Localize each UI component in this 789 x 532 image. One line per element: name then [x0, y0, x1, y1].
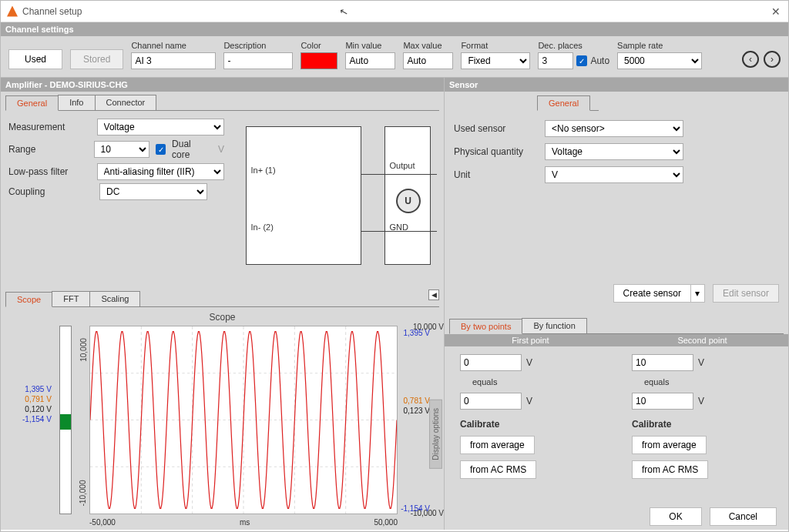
channel-name-label: Channel name — [131, 41, 216, 50]
pin-in-minus: In- (2) — [251, 223, 274, 232]
scope-panel: Scope FFT Scaling ◀ Scope — [1, 288, 444, 530]
mouse-cursor-icon: ↖ — [338, 5, 350, 18]
tab-fft[interactable]: FFT — [52, 291, 90, 306]
coupling-select[interactable]: DC — [99, 183, 207, 200]
p1-out-input[interactable] — [460, 393, 522, 410]
input-box: In+ (1) In- (2) — [246, 126, 361, 265]
format-label: Format — [461, 41, 530, 50]
pin-in-plus: In+ (1) — [251, 166, 276, 175]
cancel-button[interactable]: Cancel — [710, 507, 777, 526]
ok-button[interactable]: OK — [650, 507, 701, 526]
used-sensor-select[interactable]: <No sensor> — [545, 120, 683, 137]
tab-by-function[interactable]: By function — [522, 318, 586, 333]
color-label: Color — [300, 41, 337, 50]
p1-in-input[interactable] — [460, 354, 522, 371]
unit-select[interactable]: V — [545, 166, 683, 183]
used-sensor-label: Used sensor — [454, 123, 539, 134]
tab-by-two-points[interactable]: By two points — [449, 319, 522, 334]
tab-amp-info[interactable]: Info — [58, 95, 95, 110]
measurement-label: Measurement — [8, 122, 91, 132]
signal-labels-left: 1,395 V 0,791 V 0,120 V -1,154 V — [22, 384, 52, 424]
create-sensor-button[interactable]: Create sensor — [613, 284, 691, 303]
app-logo-icon — [7, 6, 18, 17]
min-value-label: Min value — [345, 41, 395, 50]
output-box: Output GND U — [384, 126, 431, 265]
tab-amp-connector[interactable]: Connector — [95, 95, 157, 110]
format-select[interactable]: Fixed — [461, 52, 530, 69]
scope-plot[interactable] — [89, 326, 398, 514]
p1-from-average-button[interactable]: from average — [460, 436, 535, 454]
max-value-label: Max value — [403, 41, 453, 50]
range-label: Range — [8, 144, 88, 155]
amplifier-panel: General Info Connector Measurement Volta… — [1, 92, 444, 288]
pin-output: Output — [390, 161, 415, 170]
channel-name-input[interactable] — [131, 52, 216, 69]
prev-channel-button[interactable]: ‹ — [742, 51, 759, 68]
sensor-header: Sensor — [445, 78, 788, 92]
sig-right-mid2: 0,123 V — [404, 407, 430, 415]
sig-right-mid1: 0,781 V — [404, 396, 430, 405]
channel-settings-header: Channel settings — [1, 22, 788, 36]
description-label: Description — [223, 41, 293, 50]
dec-places-input[interactable] — [538, 52, 573, 69]
stored-button[interactable]: Stored — [70, 49, 123, 69]
description-input[interactable] — [223, 52, 293, 69]
p2-out-input[interactable] — [632, 393, 693, 410]
p2-from-average-button[interactable]: from average — [632, 436, 707, 454]
min-value-input[interactable] — [345, 52, 395, 69]
equals-label-2: equals — [644, 377, 669, 386]
lpf-label: Low-pass filter — [8, 166, 91, 177]
scope-canvas: Scope 10,000 V -10,000 V 10,000 -10,000 — [1, 307, 444, 530]
title-bar: Channel setup ↖ ✕ — [1, 1, 788, 22]
calibrate-label-1: Calibrate — [460, 419, 499, 430]
tab-sensor-general[interactable]: General — [537, 95, 590, 111]
sample-rate-label: Sample rate — [617, 41, 702, 50]
coupling-label: Coupling — [8, 186, 93, 197]
y-top-label: 10,000 V — [16, 323, 444, 331]
scope-title: Scope — [7, 312, 438, 323]
second-point-column: V equals V Calibrate from average from A… — [632, 354, 773, 479]
sensor-u-icon: U — [396, 189, 421, 213]
display-options-toggle[interactable]: Display options — [429, 400, 442, 469]
lpf-select[interactable]: Anti-aliasing filter (IIR) — [97, 163, 224, 180]
dialog-footer: OK Cancel — [650, 507, 777, 526]
window-title: Channel setup — [22, 6, 82, 17]
p2-in-input[interactable] — [632, 354, 693, 371]
p1-from-acrms-button[interactable]: from AC RMS — [460, 460, 536, 479]
connector-diagram: In+ (1) In- (2) Output GND U — [232, 111, 444, 288]
sig-right-top: 1,395 V — [404, 329, 430, 337]
scope-collapse-button[interactable]: ◀ — [428, 289, 439, 300]
range-unit: V — [218, 144, 224, 155]
points-header: First pointSecond point — [445, 334, 788, 346]
signal-level-bar — [59, 326, 72, 514]
measurement-select[interactable]: Voltage — [97, 119, 224, 136]
phys-qty-select[interactable]: Voltage — [545, 143, 683, 160]
equals-label: equals — [472, 377, 497, 386]
range-select[interactable]: 10 — [94, 141, 149, 158]
y-rot-bot: -10,000 — [79, 480, 87, 507]
next-channel-button[interactable]: › — [764, 51, 781, 68]
unit-label: Unit — [454, 169, 539, 180]
dec-places-label: Dec. places — [538, 41, 609, 50]
tab-amp-general[interactable]: General — [5, 95, 59, 111]
phys-qty-label: Physical quantity — [454, 146, 539, 157]
dualcore-label: Dual core — [172, 139, 209, 160]
edit-sensor-button[interactable]: Edit sensor — [713, 284, 779, 303]
sig-right-bot: -1,154 V — [401, 504, 430, 513]
y-rot-top: 10,000 — [79, 338, 88, 362]
dualcore-checkbox[interactable]: ✓ — [156, 144, 166, 155]
close-button[interactable]: ✕ — [771, 5, 781, 18]
channel-settings-bar: Used Stored Channel name Description Col… — [1, 36, 788, 78]
amplifier-header: Amplifier - DEMO-SIRIUS-CHG — [1, 78, 444, 92]
calibrate-label-2: Calibrate — [632, 419, 671, 430]
sample-rate-select[interactable]: 5000 — [617, 52, 702, 69]
tab-scaling[interactable]: Scaling — [89, 291, 140, 306]
max-value-input[interactable] — [403, 52, 453, 69]
color-picker[interactable] — [300, 52, 337, 69]
create-sensor-dropdown[interactable]: ▾ — [691, 284, 705, 303]
tab-scope[interactable]: Scope — [5, 292, 52, 307]
p2-from-acrms-button[interactable]: from AC RMS — [632, 460, 708, 479]
used-button[interactable]: Used — [8, 49, 62, 69]
dec-auto-checkbox[interactable]: ✓ — [576, 55, 587, 66]
y-bot-label: -10,000 V — [12, 509, 444, 517]
